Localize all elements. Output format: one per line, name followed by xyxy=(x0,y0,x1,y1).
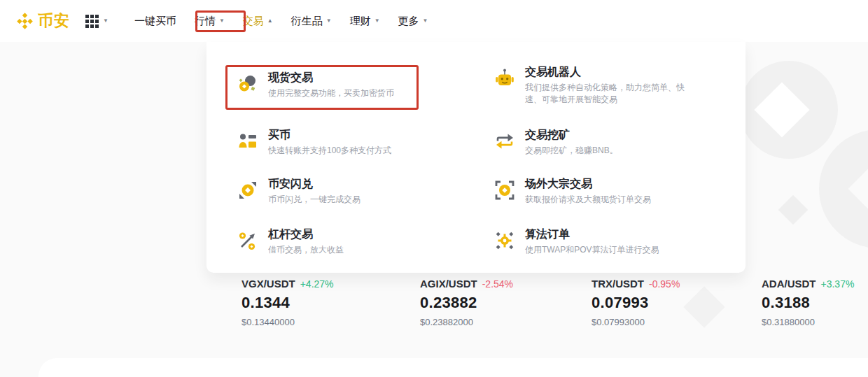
binance-logo[interactable]: 币安 xyxy=(15,10,70,31)
decorative-diamond xyxy=(778,195,808,225)
content-card-top xyxy=(38,358,868,377)
nav-item-buy-crypto-express[interactable]: 一键买币 xyxy=(125,9,186,34)
nav-item-label: 衍生品 xyxy=(291,15,323,28)
menu-item-algo-orders[interactable]: 算法订单 使用TWAP和POV算法订单进行交易 xyxy=(493,227,659,256)
menu-item-spot-trading[interactable]: 现货交易 使用完整交易功能，买卖加密货币 xyxy=(237,71,394,99)
margin-icon xyxy=(237,229,259,252)
ticker-change: -0.95% xyxy=(649,278,680,290)
trading-bot-icon xyxy=(493,67,516,90)
menu-item-title: 买币 xyxy=(268,128,391,142)
nav-item-trade[interactable]: 交易 ▲ xyxy=(234,9,282,34)
top-navbar: 币安 ▼ 一键买币 行情 ▼ 交易 ▲ 衍生品 ▼ 理财 ▼ 更多 ▼ xyxy=(0,0,868,42)
menu-item-title: 币安闪兑 xyxy=(268,177,360,191)
nav-item-earn[interactable]: 理财 ▼ xyxy=(341,9,389,34)
menu-item-title: 场外大宗交易 xyxy=(525,177,651,191)
menu-item-desc: 借币交易，放大收益 xyxy=(268,244,344,256)
ticker-change: +3.37% xyxy=(821,278,855,290)
ticker-price: 0.23882 xyxy=(420,294,513,312)
ticker-price: 0.1344 xyxy=(241,294,334,312)
menu-item-convert[interactable]: 币安闪兑 币币闪兑，一键完成交易 xyxy=(237,177,360,206)
binance-diamond-icon xyxy=(15,12,34,31)
ticker-price: 0.3188 xyxy=(762,294,854,312)
menu-item-buy-crypto[interactable]: 买币 快速转账并支持100多种支付方式 xyxy=(237,128,391,157)
menu-item-title: 交易挖矿 xyxy=(525,128,618,142)
menu-item-title: 杠杆交易 xyxy=(268,227,344,241)
nav-item-label: 交易 xyxy=(243,15,264,28)
menu-item-desc: 交易即挖矿，稳赚BNB。 xyxy=(525,145,618,157)
ticker-pair: VGX/USDT xyxy=(241,278,295,290)
ticker-card-vgx[interactable]: VGX/USDT +4.27% 0.1344 $0.13440000 xyxy=(241,278,334,327)
menu-item-title: 现货交易 xyxy=(268,71,394,85)
menu-item-desc: 币币闪兑，一键完成交易 xyxy=(268,194,360,206)
nav-items: 一键买币 行情 ▼ 交易 ▲ 衍生品 ▼ 理财 ▼ 更多 ▼ xyxy=(125,9,438,34)
chevron-up-icon: ▲ xyxy=(267,18,273,24)
decorative-diamond xyxy=(683,286,724,327)
menu-item-desc: 快速转账并支持100多种支付方式 xyxy=(268,145,391,157)
menu-item-desc: 使用TWAP和POV算法订单进行交易 xyxy=(525,244,659,256)
chevron-down-icon: ▼ xyxy=(219,18,225,24)
otc-icon xyxy=(493,179,516,201)
buy-crypto-icon xyxy=(237,130,259,152)
spot-trading-icon xyxy=(237,73,259,95)
ticker-change: +4.27% xyxy=(300,278,334,290)
menu-item-trade-mining[interactable]: 交易挖矿 交易即挖矿，稳赚BNB。 xyxy=(493,128,618,157)
ticker-card-trx[interactable]: TRX/USDT -0.95% 0.07993 $0.07993000 xyxy=(592,278,680,327)
menu-item-title: 算法订单 xyxy=(525,227,659,241)
menu-item-desc: 获取报价请求及大额现货订单交易 xyxy=(525,194,651,206)
brand-name: 币安 xyxy=(38,10,70,31)
algo-order-icon xyxy=(493,229,516,252)
menu-item-otc-block-trading[interactable]: 场外大宗交易 获取报价请求及大额现货订单交易 xyxy=(493,177,651,206)
ticker-price: 0.07993 xyxy=(592,294,680,312)
ticker-usd-value: $0.07993000 xyxy=(592,317,680,327)
menu-item-desc: 使用完整交易功能，买卖加密货币 xyxy=(268,87,394,99)
trade-dropdown-panel: 现货交易 使用完整交易功能，买卖加密货币 买币 快速转账并支持100多种支付方式… xyxy=(206,42,746,273)
menu-item-desc: 我们提供多种自动化策略，助力您简单、快速、可靠地开展智能交易 xyxy=(525,82,696,106)
apps-grid-icon xyxy=(85,15,99,28)
ticker-usd-value: $0.23882000 xyxy=(420,317,513,327)
nav-item-more[interactable]: 更多 ▼ xyxy=(389,9,438,34)
chevron-down-icon: ▼ xyxy=(326,18,332,24)
ticker-usd-value: $0.13440000 xyxy=(241,317,334,327)
chevron-down-icon: ▼ xyxy=(374,18,380,24)
menu-item-margin[interactable]: 杠杆交易 借币交易，放大收益 xyxy=(237,227,344,256)
ticker-pair: AGIX/USDT xyxy=(420,278,477,290)
nav-item-derivatives[interactable]: 衍生品 ▼ xyxy=(282,9,341,34)
nav-item-label: 更多 xyxy=(398,15,419,28)
convert-icon xyxy=(237,179,259,201)
ticker-card-agix[interactable]: AGIX/USDT -2.54% 0.23882 $0.23882000 xyxy=(420,278,513,327)
nav-item-label: 行情 xyxy=(195,15,216,28)
menu-item-trading-bots[interactable]: 交易机器人 我们提供多种自动化策略，助力您简单、快速、可靠地开展智能交易 xyxy=(493,65,696,106)
nav-item-markets[interactable]: 行情 ▼ xyxy=(186,9,234,34)
ticker-change: -2.54% xyxy=(482,278,513,290)
ticker-card-ada[interactable]: ADA/USDT +3.37% 0.3188 $0.31880000 xyxy=(762,278,854,327)
ticker-pair: TRX/USDT xyxy=(592,278,644,290)
chevron-down-icon: ▼ xyxy=(423,18,428,24)
menu-item-title: 交易机器人 xyxy=(525,65,696,79)
ticker-usd-value: $0.31880000 xyxy=(762,317,854,327)
nav-item-label: 理财 xyxy=(350,15,371,28)
trade-mining-icon xyxy=(493,130,516,152)
ticker-pair: ADA/USDT xyxy=(762,278,816,290)
chevron-down-icon: ▼ xyxy=(103,18,108,24)
nav-item-label: 一键买币 xyxy=(134,15,176,28)
apps-menu-button[interactable]: ▼ xyxy=(85,15,108,28)
